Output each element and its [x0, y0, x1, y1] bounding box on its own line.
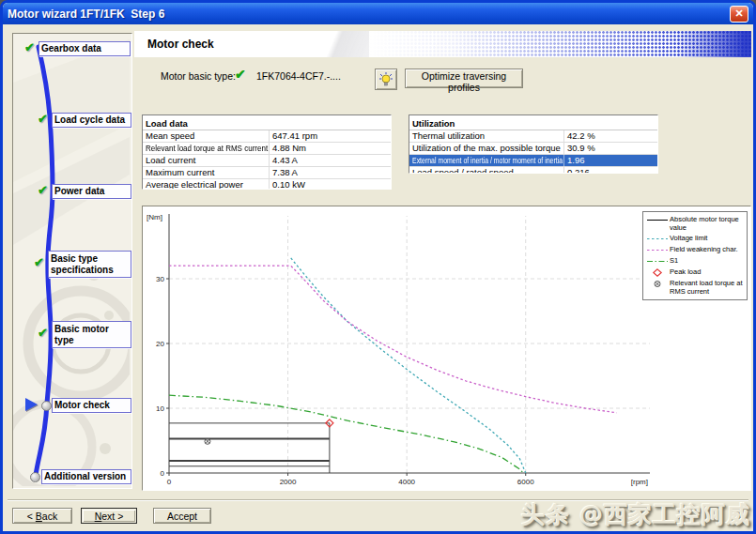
- x-tick-label: 4000: [398, 478, 415, 486]
- row-label: Relevant load torque at RMS current: [143, 143, 270, 154]
- table-row: Average electrical power0.10 kW: [143, 179, 391, 190]
- y-tick-label: 30: [156, 275, 164, 283]
- load-data-table-title: Load data: [143, 118, 391, 130]
- motor-type-ok-check-icon: ✔: [235, 67, 246, 82]
- motor-basic-type-label: Motor basic type:: [161, 70, 236, 82]
- table-row: Relevant load torque at RMS current4.88 …: [143, 143, 391, 155]
- halftone-gradient: [369, 31, 751, 57]
- row-label: Load speed / rated speed: [409, 167, 564, 174]
- y-tick-label: 10: [156, 404, 164, 413]
- line-dashdot-icon: [646, 257, 669, 266]
- legend-label: Voltage limit: [670, 234, 745, 242]
- row-label: Thermal utilization: [409, 130, 564, 142]
- utilization-table-title: Utilization: [409, 118, 657, 130]
- series-voltage-limit: [291, 258, 526, 473]
- x-tick-label: 6000: [517, 478, 534, 486]
- diamond-icon: [646, 268, 669, 277]
- row-label: Load current: [143, 155, 270, 166]
- row-value: 0.10 kW: [270, 179, 391, 190]
- row-value: 4.43 A: [270, 155, 391, 166]
- table-row[interactable]: Thermal utilization42.2 %: [409, 130, 657, 143]
- sidebar-item-gearbox-data[interactable]: Gearbox data: [39, 41, 131, 56]
- legend-item-absolute-motor-torque-value: Absolute motor torque value: [645, 215, 745, 232]
- footer-separator: [8, 499, 748, 501]
- row-label: Mean speed: [143, 130, 270, 142]
- section-title: Motor check: [147, 38, 214, 51]
- hint-lightbulb-button[interactable]: [375, 69, 397, 90]
- row-value: 42.2 %: [564, 130, 657, 142]
- legend-swatch: [645, 234, 670, 243]
- table-row[interactable]: External moment of inertia / motor momen…: [409, 155, 657, 167]
- back-button[interactable]: < Back: [12, 508, 72, 524]
- legend-item-peak-load: Peak load: [645, 267, 745, 277]
- sidebar-item-label: Power data: [54, 186, 104, 197]
- window-title: Motor wizard 1FT/1FK Step 6: [8, 8, 164, 21]
- y-tick-label: 20: [156, 340, 164, 348]
- table-row: Load current4.43 A: [143, 155, 391, 167]
- sidebar-item-label: Gearbox data: [41, 43, 101, 54]
- legend-item-field-weakening-char: Field weakening char.: [645, 245, 745, 254]
- sidebar-item-label: Load cycle data: [54, 114, 125, 126]
- title-bar[interactable]: Motor wizard 1FT/1FK Step 6 ✕: [3, 3, 753, 24]
- row-value: 7.38 A: [270, 167, 391, 178]
- sidebar-item-power-data[interactable]: Power data: [52, 184, 131, 199]
- sidebar-item-additional-version[interactable]: Additional version: [41, 469, 131, 484]
- sidebar-item-motor-check[interactable]: Motor check: [52, 398, 131, 413]
- line-solid-icon: [646, 216, 669, 224]
- row-label: Utilization of the max. possible torque: [409, 143, 564, 154]
- legend-item-s1: S1: [645, 256, 745, 266]
- row-value: 30.9 %: [564, 143, 657, 154]
- circle-x-icon: [646, 280, 669, 288]
- row-label: External moment of inertia / motor momen…: [409, 155, 564, 166]
- legend-label: Relevant load torque at RMS current: [670, 279, 745, 296]
- legend-item-voltage-limit: Voltage limit: [645, 234, 745, 243]
- sidebar-item-label: Motor check: [54, 400, 110, 411]
- watermark: 头条 @西家工控阿威: [521, 499, 750, 530]
- sidebar-item-basic-motor-type[interactable]: Basic motor type: [52, 321, 131, 348]
- legend-label: S1: [670, 256, 745, 265]
- motor-basic-type-value: 1FK7064-4CF7.-....: [256, 70, 341, 82]
- chart-legend: Absolute motor torque valueVoltage limit…: [642, 211, 748, 300]
- legend-swatch: [645, 256, 670, 266]
- row-value: 647.41 rpm: [270, 130, 391, 142]
- x-axis-unit-label: [rpm]: [631, 478, 648, 486]
- table-row[interactable]: Utilization of the max. possible torque3…: [409, 143, 657, 155]
- row-label: Maximum current: [143, 167, 270, 178]
- close-icon[interactable]: ✕: [730, 6, 748, 23]
- next-button[interactable]: Next >: [81, 508, 137, 524]
- wizard-step-sidebar: ✔Gearbox data✔Load cycle data✔Power data…: [12, 33, 132, 489]
- legend-swatch: [645, 267, 670, 277]
- sidebar-item-load-cycle-data[interactable]: Load cycle data: [52, 113, 131, 128]
- step-node-circle: [41, 401, 52, 411]
- table-row: Mean speed647.41 rpm: [143, 130, 391, 143]
- table-row[interactable]: Load speed / rated speed0.216: [409, 167, 657, 174]
- sidebar-item-basic-type-specifications[interactable]: Basic type specifications: [48, 251, 131, 278]
- current-step-arrow-icon: [25, 398, 38, 411]
- x-tick-label: 0: [167, 478, 172, 486]
- table-row: Maximum current7.38 A: [143, 167, 391, 179]
- row-value: 4.88 Nm: [270, 143, 391, 154]
- utilization-table: Utilization Thermal utilization42.2 %Uti…: [409, 114, 658, 174]
- load-data-table: Load data Mean speed647.41 rpmRelevant l…: [142, 114, 392, 190]
- legend-label: Field weakening char.: [670, 245, 745, 253]
- torque-speed-chart-panel: 02000400060000102030[Nm][rpm] Absolute m…: [142, 206, 751, 491]
- legend-swatch: [645, 215, 670, 224]
- line-dashed-icon: [646, 246, 669, 254]
- sidebar-item-label: Basic motor type: [54, 324, 129, 346]
- legend-swatch: [645, 279, 670, 288]
- wizard-window: Motor wizard 1FT/1FK Step 6 ✕ ✔Gearbox d…: [0, 0, 756, 534]
- sidebar-item-label: Additional version: [44, 471, 126, 482]
- legend-label: Absolute motor torque value: [670, 215, 745, 232]
- series-field-weakening-char: [169, 266, 617, 413]
- legend-label: Peak load: [670, 267, 745, 276]
- step-node-circle: [30, 472, 40, 482]
- row-label: Average electrical power: [143, 179, 270, 190]
- lightbulb-icon: [379, 72, 393, 86]
- accept-button[interactable]: Accept: [153, 508, 211, 524]
- optimize-traversing-profiles-button[interactable]: Optimize traversing profiles: [405, 69, 523, 88]
- y-axis-unit-label: [Nm]: [147, 213, 162, 221]
- section-header-band: Motor check: [134, 31, 751, 57]
- row-value: 1.96: [564, 155, 657, 166]
- legend-swatch: [645, 245, 670, 254]
- row-value: 0.216: [564, 167, 657, 174]
